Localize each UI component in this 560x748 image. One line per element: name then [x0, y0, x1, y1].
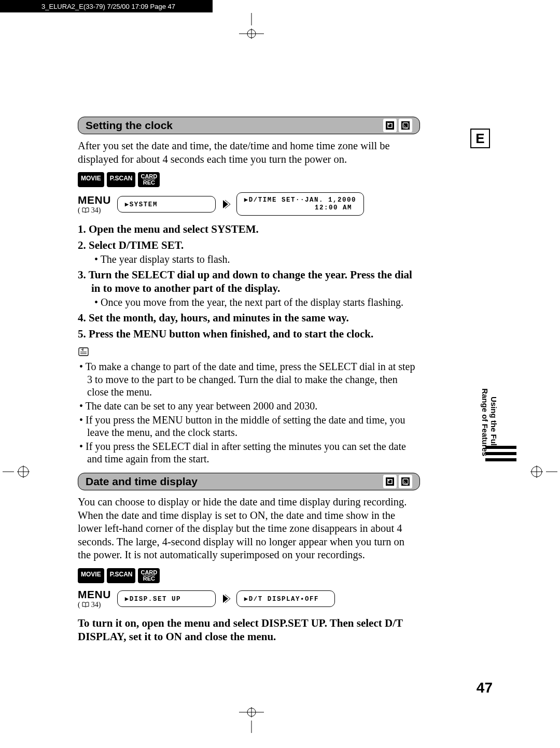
registration-mark-right	[524, 456, 560, 487]
note-1: To make a change to part of the date and…	[87, 360, 420, 399]
menu-path-row: MENU ( 34) ▶SYSTEM ▶D/TIME SET··JAN. 1,2…	[78, 192, 420, 216]
steps-list: Open the menu and select SYSTEM. Select …	[78, 223, 420, 341]
step-4: Set the month, day, hours, and minutes i…	[78, 312, 420, 324]
menu-path-row-2: MENU ( 34) ▶DISP.SET UP ▶D/T DISPLAY•OFF	[78, 588, 420, 609]
dtime-line1: ▶D/TIME SET··JAN. 1,2000	[244, 196, 356, 204]
menu-label-block-2: MENU ( 34)	[78, 588, 111, 609]
mode-badges-2: MOVIE P.SCAN CARD REC	[78, 568, 420, 583]
menu-dtime-box: ▶D/TIME SET··JAN. 1,2000 12:00 AM	[236, 192, 364, 216]
crop-mark-top	[236, 13, 267, 46]
camera-mode-icon	[383, 475, 397, 488]
note-4: If you press the SELECT dial in after se…	[87, 440, 420, 465]
section-title-2: Date and time display	[86, 475, 198, 488]
final-instruction: To turn it on, open the menu and select …	[78, 616, 420, 644]
menu-word: MENU	[78, 194, 111, 206]
language-tab: E	[470, 129, 490, 148]
menu-dispsetup-box: ▶DISP.SET UP	[117, 590, 216, 607]
step-3-sub: Once you move from the year, the next pa…	[91, 296, 420, 308]
step-3: Turn the SELECT dial up and down to chan…	[78, 269, 420, 308]
step-5: Press the MENU button when finished, and…	[78, 328, 420, 341]
page-body: Setting the clock After you set the date…	[78, 117, 420, 644]
heading-icons	[383, 119, 412, 132]
mode-movie: MOVIE	[78, 568, 104, 583]
svg-rect-20	[386, 477, 394, 486]
menu-dtdisplay-box: ▶D/T DISPLAY•OFF	[236, 590, 335, 607]
card-mode-icon	[399, 119, 412, 132]
intro-paragraph: After you set the date and time, the dat…	[78, 139, 420, 166]
step-2: Select D/TIME SET. The year display star…	[78, 239, 420, 265]
note-3: If you press the MENU button in the midd…	[87, 414, 420, 439]
heading-icons-2	[383, 475, 412, 488]
section-heading-clock: Setting the clock	[78, 117, 420, 134]
svg-rect-12	[386, 121, 394, 130]
dtime-line2: 12:00 AM	[244, 204, 356, 211]
mode-pscan: P.SCAN	[107, 172, 136, 187]
note-2: The date can be set to any year between …	[87, 400, 420, 413]
menu-page-ref: ( 34)	[78, 206, 111, 215]
step-2-sub: The year display starts to flash.	[91, 253, 420, 265]
crop-mark-bottom	[236, 702, 267, 735]
camera-mode-icon	[383, 119, 397, 132]
print-job-header: 3_ELURA2_E(33-79) 7/25/00 17:09 Page 47	[0, 0, 213, 12]
print-job-text: 3_ELURA2_E(33-79) 7/25/00 17:09 Page 47	[41, 3, 175, 10]
forward-icon	[222, 593, 230, 604]
side-chapter-label: Using the Full Range of Features	[481, 388, 498, 456]
book-icon	[82, 207, 89, 213]
menu-label-block: MENU ( 34)	[78, 194, 111, 215]
section-heading-datetime: Date and time display	[78, 473, 420, 490]
note-icon	[78, 347, 420, 359]
forward-icon	[222, 199, 230, 210]
mode-card: CARD REC	[138, 568, 160, 583]
card-mode-icon	[399, 475, 412, 488]
section-title: Setting the clock	[86, 119, 173, 132]
menu-page-ref-2: ( 34)	[78, 601, 111, 609]
mode-badges: MOVIE P.SCAN CARD REC	[78, 172, 420, 187]
mode-card: CARD REC	[138, 172, 160, 187]
menu-system-box: ▶SYSTEM	[117, 196, 216, 213]
registration-mark-left	[0, 456, 36, 487]
mode-pscan: P.SCAN	[107, 568, 136, 583]
step-1: Open the menu and select SYSTEM.	[78, 223, 420, 236]
language-letter: E	[475, 131, 484, 147]
menu-word-2: MENU	[78, 588, 111, 601]
intro-paragraph-2: You can choose to display or hide the da…	[78, 496, 420, 562]
book-icon	[82, 602, 89, 608]
notes-block: To make a change to part of the date and…	[78, 360, 420, 465]
mode-movie: MOVIE	[78, 172, 104, 187]
side-tab-line1: Using the Full	[489, 397, 498, 448]
side-tab-line2: Range of Features	[481, 388, 490, 456]
page-number: 47	[477, 680, 493, 696]
